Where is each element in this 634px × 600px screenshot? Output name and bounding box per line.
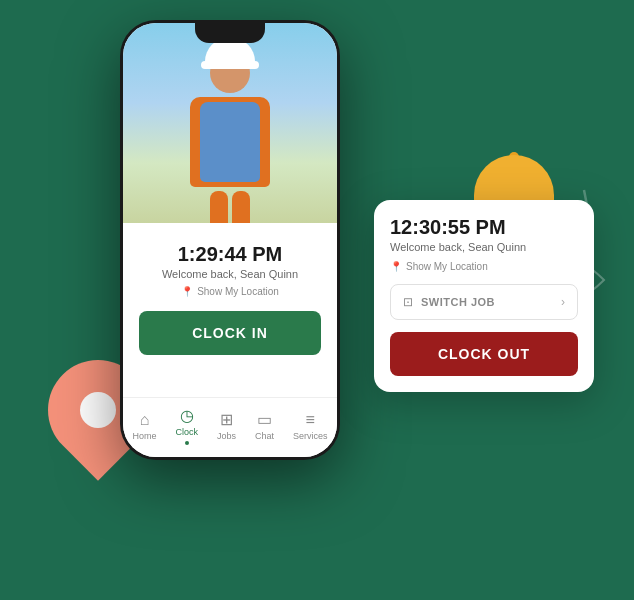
phone-location-icon: 📍 xyxy=(181,286,193,297)
nav-clock[interactable]: ◷ Clock xyxy=(175,406,198,445)
phone-location-text: Show My Location xyxy=(197,286,279,297)
nav-services[interactable]: ≡ Services xyxy=(293,411,328,441)
nav-chat-label: Chat xyxy=(255,431,274,441)
jobs-icon: ⊞ xyxy=(220,410,233,429)
phone-welcome: Welcome back, Sean Quinn xyxy=(162,268,298,280)
worker-photo xyxy=(123,23,337,223)
clock-icon: ◷ xyxy=(180,406,194,425)
nav-home-label: Home xyxy=(132,431,156,441)
worker-figure xyxy=(170,53,290,223)
nav-jobs-label: Jobs xyxy=(217,431,236,441)
nav-chat[interactable]: ▭ Chat xyxy=(255,410,274,441)
chat-icon: ▭ xyxy=(257,410,272,429)
card-welcome: Welcome back, Sean Quinn xyxy=(390,241,578,253)
card-location-icon: 📍 xyxy=(390,261,402,272)
phone-mockup: 1:29:44 PM Welcome back, Sean Quinn 📍 Sh… xyxy=(120,20,340,460)
switch-job-label: SWITCH JOB xyxy=(421,296,495,308)
chevron-right-icon: › xyxy=(561,295,565,309)
phone-content: 1:29:44 PM Welcome back, Sean Quinn 📍 Sh… xyxy=(123,223,337,397)
clock-out-button[interactable]: CLOCK OUT xyxy=(390,332,578,376)
briefcase-icon: ⊡ xyxy=(403,295,413,309)
home-icon: ⌂ xyxy=(140,411,150,429)
nav-home[interactable]: ⌂ Home xyxy=(132,411,156,441)
phone-notch xyxy=(195,23,265,43)
switch-job-button[interactable]: ⊡ SWITCH JOB › xyxy=(390,284,578,320)
clock-out-label: CLOCK OUT xyxy=(438,346,530,362)
bottom-nav: ⌂ Home ◷ Clock ⊞ Jobs ▭ Chat ≡ Services xyxy=(123,397,337,457)
nav-jobs[interactable]: ⊞ Jobs xyxy=(217,410,236,441)
card-location-text: Show My Location xyxy=(406,261,488,272)
switch-job-left: ⊡ SWITCH JOB xyxy=(403,295,495,309)
phone-time: 1:29:44 PM xyxy=(178,243,283,266)
phone-location-row: 📍 Show My Location xyxy=(181,286,279,297)
card-location-row: 📍 Show My Location xyxy=(390,261,578,272)
nav-services-label: Services xyxy=(293,431,328,441)
clock-in-button[interactable]: CLOCK IN xyxy=(139,311,321,355)
card-time: 12:30:55 PM xyxy=(390,216,578,239)
nav-clock-label: Clock xyxy=(175,427,198,437)
clock-in-label: CLOCK IN xyxy=(192,325,268,341)
clock-out-card: 12:30:55 PM Welcome back, Sean Quinn 📍 S… xyxy=(374,200,594,392)
nav-active-dot xyxy=(185,441,189,445)
services-icon: ≡ xyxy=(306,411,315,429)
